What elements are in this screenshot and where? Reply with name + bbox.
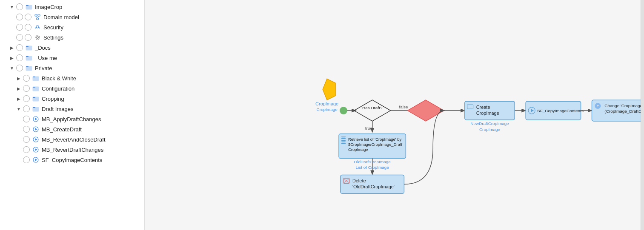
sidebar-item-label-mb-revert-close: MB_RevertAndCloseDraft	[42, 136, 106, 143]
scrollbar-right[interactable]	[641, 0, 644, 230]
create-subtitle: CropImage	[476, 111, 499, 116]
circle-btn-private[interactable]	[16, 65, 23, 71]
security-icon	[34, 23, 41, 31]
retrieve-line3: CropImage	[348, 147, 368, 152]
sidebar-item-black-white[interactable]: ▶ Black & White	[0, 73, 144, 83]
settings-icon	[34, 34, 41, 41]
sidebar-item-label-domain: Domain model	[43, 14, 79, 20]
sidebar-item-docs[interactable]: ▶ _Docs	[0, 43, 144, 53]
sidebar-item-useme[interactable]: ▶ _Use me	[0, 53, 144, 63]
start-sublabel: CropImage	[317, 107, 338, 112]
delete-title: Delete	[352, 178, 366, 183]
circle-btn-config[interactable]	[23, 85, 30, 92]
sidebar-item-label-mb-apply: MB_ApplyDraftChanges	[42, 116, 101, 122]
expand-icon-private[interactable]: ▼	[9, 65, 15, 71]
sidebar-item-sf-copy[interactable]: SF_CopyImageContents	[0, 155, 144, 165]
merge-diamond	[407, 100, 444, 121]
circle-btn-mb-create[interactable]	[23, 126, 30, 133]
retrieve-line1: Retrieve list of 'CropImage' by	[348, 137, 402, 142]
svg-rect-46	[341, 143, 346, 144]
sidebar-item-imagecrop[interactable]: ▼ ImageCrop	[0, 2, 144, 12]
sidebar-item-label-draft: Draft Images	[42, 106, 73, 112]
expand-icon-imagecrop[interactable]: ▼	[9, 3, 15, 10]
circle-btn-mb-apply[interactable]	[23, 116, 30, 122]
create-entity: CropImage	[479, 127, 501, 132]
microflow-icon-mb-create	[32, 125, 40, 133]
circle-btn-mb-revert-close[interactable]	[23, 136, 30, 143]
circle-btn2-domain[interactable]	[25, 14, 31, 20]
circle-btn2-security[interactable]	[25, 24, 31, 31]
sidebar-item-label-imagecrop: ImageCrop	[35, 4, 62, 10]
sidebar-item-label-docs: _Docs	[35, 45, 51, 51]
start-label: CropImage	[315, 101, 338, 106]
sidebar-item-domain-model[interactable]: Domain model	[0, 12, 144, 22]
svg-rect-25	[33, 97, 35, 98]
domain-icon	[34, 13, 41, 21]
microflow-icon-sf-copy	[32, 156, 40, 164]
svg-rect-1	[26, 5, 29, 6]
folder-icon-bw	[32, 74, 40, 82]
sidebar-item-cropping[interactable]: ▶ Cropping	[0, 94, 144, 104]
sidebar-item-label-configuration: Configuration	[42, 85, 74, 92]
microflow-icon-mb-revert-draft	[32, 146, 40, 153]
svg-rect-21	[33, 77, 35, 77]
sidebar-item-private[interactable]: ▼ Private	[0, 63, 144, 73]
sidebar-item-draft-images[interactable]: ▼ Draft Images	[0, 104, 144, 114]
svg-marker-29	[35, 118, 37, 120]
create-title: Create	[476, 105, 490, 110]
circle-btn-bw[interactable]	[23, 75, 30, 82]
svg-marker-37	[35, 159, 37, 161]
svg-point-8	[35, 27, 37, 28]
folder-icon-draft	[32, 105, 40, 113]
canvas[interactable]: CropImage CropImage Has Draft? false Cre…	[145, 0, 641, 230]
arrow-delete-merge	[404, 111, 444, 184]
expand-icon-useme[interactable]: ▶	[9, 54, 15, 61]
expand-icon-config[interactable]: ▶	[15, 85, 22, 92]
svg-rect-15	[26, 46, 29, 47]
expand-icon-docs[interactable]: ▶	[9, 44, 15, 51]
true-label: true	[365, 126, 373, 131]
svg-marker-33	[35, 138, 37, 141]
circle-btn-imagecrop[interactable]	[16, 3, 23, 10]
sidebar-item-label-mb-revert-draft: MB_RevertDraftChanges	[42, 147, 103, 153]
circle-btn-domain[interactable]	[16, 14, 23, 20]
circle-btn-draft[interactable]	[23, 105, 30, 112]
circle-btn-useme[interactable]	[16, 54, 23, 61]
start-circle	[340, 107, 347, 114]
change-subtitle: (CropImage_DraftCropImage)	[604, 109, 641, 114]
svg-point-12	[37, 37, 39, 39]
microflow-icon-mb-apply	[32, 115, 40, 123]
svg-rect-4	[37, 18, 39, 20]
svg-rect-27	[33, 107, 35, 108]
circle-btn-settings[interactable]	[16, 34, 23, 41]
expand-icon-cropping[interactable]: ▶	[15, 95, 22, 102]
circle-btn-docs[interactable]	[16, 44, 23, 51]
sidebar-item-security[interactable]: Security	[0, 22, 144, 32]
svg-rect-44	[341, 138, 346, 139]
circle-btn-security[interactable]	[16, 24, 23, 31]
sidebar-item-configuration[interactable]: ▶ Configuration	[0, 83, 144, 94]
svg-line-5	[36, 16, 38, 18]
sidebar-item-mb-create[interactable]: MB_CreateDraft	[0, 124, 144, 134]
change-title: Change 'CropImage'	[604, 103, 641, 108]
sidebar-item-label-mb-create: MB_CreateDraft	[42, 126, 82, 133]
sidebar-item-label-bw: Black & White	[42, 75, 76, 82]
sidebar-item-settings[interactable]: Settings	[0, 32, 144, 43]
folder-icon-config	[32, 85, 40, 92]
sidebar-item-mb-revert-close[interactable]: MB_RevertAndCloseDraft	[0, 134, 144, 145]
sidebar-item-label-private: Private	[35, 65, 52, 71]
circle-btn-sf-copy[interactable]	[23, 156, 30, 163]
sf-copy-label: SF_CopyImageContents	[537, 108, 584, 113]
expand-icon-bw[interactable]: ▶	[15, 75, 22, 82]
sidebar-item-mb-apply[interactable]: MB_ApplyDraftChanges	[0, 114, 144, 124]
circle-btn2-settings[interactable]	[25, 34, 31, 41]
sidebar-item-mb-revert-draft[interactable]: MB_RevertDraftChanges	[0, 145, 144, 155]
svg-marker-35	[35, 148, 37, 151]
svg-rect-2	[35, 14, 37, 16]
expand-icon-draft[interactable]: ▼	[15, 105, 22, 112]
sidebar-item-label-cropping: Cropping	[42, 96, 64, 102]
decision-diamond	[354, 100, 391, 121]
circle-btn-mb-revert-draft[interactable]	[23, 146, 30, 153]
circle-btn-cropping[interactable]	[23, 95, 30, 102]
sidebar: ▼ ImageCrop Domain model	[0, 0, 145, 230]
